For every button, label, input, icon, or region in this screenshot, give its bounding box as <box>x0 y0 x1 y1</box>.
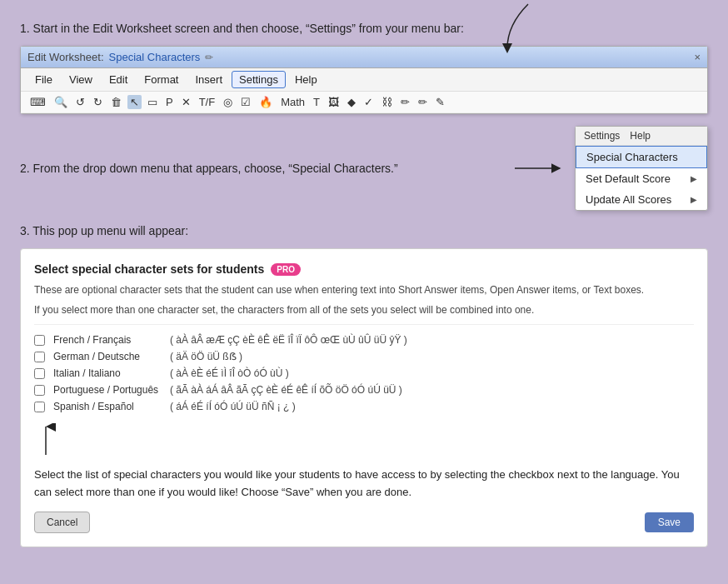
step2-row: 2. From the drop down menu that appears,… <box>20 126 708 211</box>
main-container: 1. Start in the Edit Worksheet screen an… <box>13 13 715 554</box>
tool-pen3[interactable]: ✎ <box>433 95 447 109</box>
menu-edit[interactable]: Edit <box>102 71 135 88</box>
arrow-to-settings <box>491 0 566 50</box>
menu-insert[interactable]: Insert <box>187 71 230 88</box>
chevron-right-icon: ▶ <box>691 195 697 204</box>
checkbox-spanish[interactable] <box>34 402 45 412</box>
char-chars-french: ( àÀ âÂ æÆ çÇ èÈ êÊ ëË îÎ ïÏ ôÔ œŒ ùÙ ûÛ… <box>170 334 407 346</box>
dropdown-item-label: Special Characters <box>586 151 678 163</box>
tool-circle[interactable]: ◎ <box>221 95 235 109</box>
tool-undo[interactable]: ↺ <box>73 95 87 109</box>
popup-footer-text: Select the list of special characters yo… <box>34 467 694 502</box>
menubar: File View Edit Format Insert Settings He… <box>21 68 707 92</box>
tool-keyboard[interactable]: ⌨ <box>27 95 48 109</box>
tool-t[interactable]: T <box>311 95 322 109</box>
dropdown-item-label: Update All Scores <box>586 193 671 206</box>
tool-tf[interactable]: T/F <box>197 95 218 109</box>
checkbox-portuguese[interactable] <box>34 385 45 396</box>
char-option-spanish: Spanish / Español ( áÁ éÉ íÍ óÓ úÚ üÜ ñÑ… <box>34 398 694 415</box>
close-button[interactable]: × <box>694 51 701 63</box>
char-option-portuguese: Portuguese / Português ( ãÃ àÀ áÁ âÂ ãÃ … <box>34 382 694 398</box>
checkbox-italian[interactable] <box>34 368 45 379</box>
menu-help[interactable]: Help <box>287 71 325 88</box>
char-label-portuguese: Portuguese / Português <box>53 384 162 396</box>
dropdown-header-help: Help <box>630 130 651 142</box>
menu-file[interactable]: File <box>27 71 60 88</box>
dropdown-item-update-all-scores[interactable]: Update All Scores ▶ <box>576 189 707 210</box>
edit-title-icon[interactable]: ✏ <box>205 52 213 63</box>
char-label-italian: Italian / Italiano <box>53 367 162 379</box>
dropdown-menu: Settings Help Special Characters Set Def… <box>575 126 708 211</box>
edit-worksheet-window: Edit Worksheet: Special Characters ✏ × F… <box>20 46 708 114</box>
char-label-german: German / Deutsche <box>53 351 162 362</box>
menu-format[interactable]: Format <box>137 71 186 88</box>
popup-header: Select special character sets for studen… <box>34 262 694 276</box>
char-option-italian: Italian / Italiano ( àÀ èÈ éÉ ìÌ îÎ òÒ ó… <box>34 365 694 382</box>
dropdown-item-label: Set Default Score <box>586 172 671 185</box>
tool-p[interactable]: P <box>163 95 176 109</box>
titlebar: Edit Worksheet: Special Characters ✏ × <box>21 47 707 68</box>
footer-area <box>34 423 694 455</box>
popup-dialog: Select special character sets for studen… <box>20 248 708 547</box>
char-label-spanish: Spanish / Español <box>53 401 162 412</box>
popup-title: Select special character sets for studen… <box>34 262 264 276</box>
tool-check[interactable]: ☑ <box>238 95 253 109</box>
char-chars-spanish: ( áÁ éÉ íÍ óÓ úÚ üÜ ñÑ ¡ ¿ ) <box>170 401 296 412</box>
dropdown-header: Settings Help <box>576 127 707 146</box>
popup-buttons: Cancel Save <box>34 512 694 533</box>
char-option-german: German / Deutsche ( äÄ öÖ üÜ ßẞ ) <box>34 348 694 365</box>
char-chars-italian: ( àÀ èÈ éÉ ìÌ îÎ òÒ óÓ ùÙ ) <box>170 367 289 379</box>
char-chars-german: ( äÄ öÖ üÜ ßẞ ) <box>170 351 242 362</box>
tool-x[interactable]: ✕ <box>179 95 193 109</box>
title-left: Edit Worksheet: Special Characters ✏ <box>27 51 213 63</box>
popup-desc2: If you select more than one character se… <box>34 302 694 317</box>
step2-text: 2. From the drop down menu that appears,… <box>20 162 505 175</box>
tool-redo[interactable]: ↻ <box>91 95 105 109</box>
tool-fire[interactable]: 🔥 <box>257 95 275 109</box>
dropdown-item-set-default-score[interactable]: Set Default Score ▶ <box>576 168 707 189</box>
chevron-right-icon: ▶ <box>691 174 697 183</box>
toolbar: ⌨ 🔍 ↺ ↻ 🗑 ↖ ▭ P ✕ T/F ◎ ☑ 🔥 Math T 🖼 ◆ ✓… <box>21 92 707 113</box>
char-chars-portuguese: ( ãÃ àÀ áÁ âÂ ãÃ çÇ èÈ éÉ êÊ íÍ õÕ öÖ óÓ… <box>170 384 402 396</box>
worksheet-title: Special Characters <box>109 51 201 63</box>
tool-cursor[interactable]: ↖ <box>127 95 142 109</box>
tool-pen2[interactable]: ✏ <box>416 95 430 109</box>
char-label-french: French / Français <box>53 334 162 346</box>
save-button[interactable]: Save <box>645 512 694 532</box>
menu-view[interactable]: View <box>62 71 100 88</box>
cancel-button[interactable]: Cancel <box>34 512 90 533</box>
pro-badge: PRO <box>271 263 301 276</box>
dropdown-header-settings: Settings <box>584 130 620 142</box>
popup-divider <box>34 324 694 325</box>
arrow-right-icon <box>515 160 565 177</box>
tool-math[interactable]: Math <box>278 95 307 109</box>
step1-text: 1. Start in the Edit Worksheet screen an… <box>20 20 708 37</box>
tool-image[interactable]: 🖼 <box>326 95 342 109</box>
checkbox-french[interactable] <box>34 335 45 346</box>
tool-check2[interactable]: ✓ <box>362 95 376 109</box>
popup-desc1: These are optional character sets that t… <box>34 282 694 297</box>
menu-settings[interactable]: Settings <box>232 71 286 88</box>
arrow-up-icon <box>34 423 57 455</box>
tool-trash[interactable]: 🗑 <box>108 95 124 109</box>
tool-search[interactable]: 🔍 <box>52 95 70 109</box>
tool-square[interactable]: ▭ <box>145 95 160 109</box>
edit-worksheet-label: Edit Worksheet: <box>27 51 104 63</box>
tool-pen1[interactable]: ✏ <box>398 95 412 109</box>
tool-diamond[interactable]: ◆ <box>345 95 358 109</box>
char-option-french: French / Français ( àÀ âÂ æÆ çÇ èÈ êÊ ëË… <box>34 332 694 348</box>
tool-link[interactable]: ⛓ <box>379 95 395 109</box>
step3-text: 3. This pop up menu will appear: <box>20 222 708 240</box>
checkbox-german[interactable] <box>34 352 45 362</box>
dropdown-item-special-characters[interactable]: Special Characters <box>576 146 707 168</box>
